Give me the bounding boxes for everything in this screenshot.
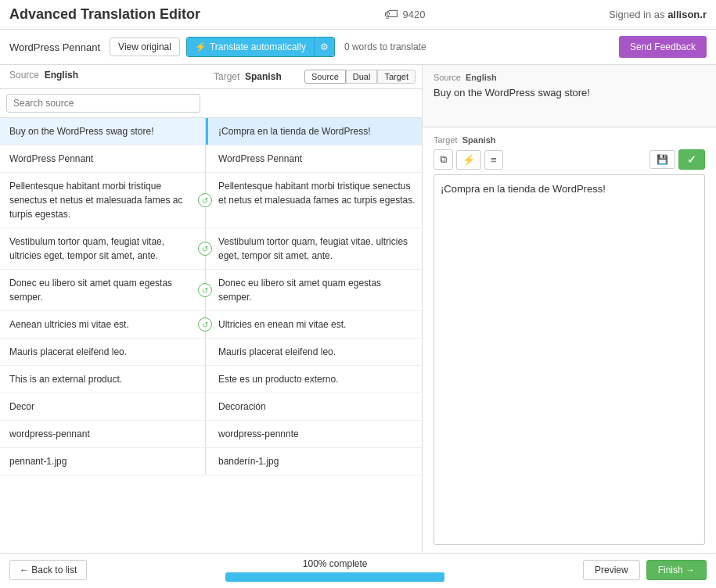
target-label: Target xyxy=(214,71,239,82)
cell-target: Mauris placerat eleifend leo. xyxy=(206,339,422,365)
flash-button[interactable]: ⚡ xyxy=(456,150,481,170)
source-label: Source xyxy=(9,70,39,81)
cell-target: ↺ Pellentesque habitant morbi tristique … xyxy=(206,173,422,228)
table-row[interactable]: WordPress Pennant WordPress Pennant xyxy=(0,145,422,173)
cell-source: This is an external product. xyxy=(0,366,206,393)
progress-bar-fill xyxy=(225,572,444,582)
tab-source[interactable]: Source xyxy=(304,70,346,84)
main-area: Source English Target Spanish Source Dua… xyxy=(0,65,716,553)
save-button[interactable]: 💾 xyxy=(649,150,675,169)
cell-source: Donec eu libero sit amet quam egestas se… xyxy=(0,270,206,310)
tab-dual[interactable]: Dual xyxy=(346,70,378,84)
table-row[interactable]: Mauris placerat eleifend leo. Mauris pla… xyxy=(0,339,422,366)
translate-auto-button[interactable]: ⚡ Translate automatically xyxy=(187,38,314,56)
cell-source: Decor xyxy=(0,393,206,420)
cell-source: Vestibulum tortor quam, feugiat vitae, u… xyxy=(0,228,206,269)
target-lang-header: Target Spanish Source Dual Target xyxy=(207,70,422,84)
copy-button[interactable]: ⧉ xyxy=(434,149,453,170)
toolbar: WordPress Pennant View original ⚡ Transl… xyxy=(0,30,716,65)
finish-button[interactable]: Finish → xyxy=(646,560,707,580)
right-target-toolbar: ⧉ ⚡ ≡ 💾 ✓ xyxy=(434,149,705,170)
view-original-button[interactable]: View original xyxy=(110,38,180,56)
right-target-section: Target Spanish ⧉ ⚡ ≡ 💾 ✓ ¡Compra en la t… xyxy=(423,127,716,553)
sync-icon: ↺ xyxy=(198,317,212,332)
table-row[interactable]: Buy on the WordPress swag store! ¡Compra… xyxy=(0,118,422,145)
cell-source: Buy on the WordPress swag store! xyxy=(0,118,206,145)
table-row[interactable]: Aenean ultricies mi vitae est. ↺ Ultrici… xyxy=(0,311,422,339)
username: allison.r xyxy=(667,9,707,20)
right-source-label: Source English xyxy=(434,73,705,82)
right-source-section: Source English Buy on the WordPress swag… xyxy=(423,65,716,127)
tab-target[interactable]: Target xyxy=(377,70,416,84)
cell-target: ↺ Donec eu libero sit amet quam egestas … xyxy=(206,270,422,310)
table-row[interactable]: This is an external product. Este es un … xyxy=(0,366,422,393)
cell-target: wordpress-pennnte xyxy=(206,421,422,447)
header-badge: 🏷 9420 xyxy=(384,6,426,23)
badge-count: 9420 xyxy=(403,9,426,20)
right-panel: Source English Buy on the WordPress swag… xyxy=(423,65,716,553)
source-lang: English xyxy=(45,70,78,81)
table-row[interactable]: pennant-1.jpg banderín-1.jpg xyxy=(0,448,422,475)
confirm-button[interactable]: ✓ xyxy=(678,149,705,170)
sync-icon: ↺ xyxy=(198,193,212,207)
cell-target: ↺ Ultricies en enean mi vitae est. xyxy=(206,311,422,338)
table-row[interactable]: Pellentesque habitant morbi tristique se… xyxy=(0,173,422,228)
cell-source: Aenean ultricies mi vitae est. xyxy=(0,311,206,338)
target-textarea[interactable]: ¡Compra en la tienda de WordPress! xyxy=(434,174,705,545)
left-panel: Source English Target Spanish Source Dua… xyxy=(0,65,423,553)
right-target-label: Target Spanish xyxy=(434,135,705,145)
cell-source: Mauris placerat eleifend leo. xyxy=(0,339,206,365)
app-title: Advanced Translation Editor xyxy=(9,6,200,23)
right-source-text: Buy on the WordPress swag store! xyxy=(434,87,705,99)
glossary-button[interactable]: ≡ xyxy=(484,150,503,170)
lightning-icon: ⚡ xyxy=(195,41,207,52)
cell-target: WordPress Pennant xyxy=(206,145,422,172)
cell-source: Pellentesque habitant morbi tristique se… xyxy=(0,173,206,228)
words-count: 0 words to translate xyxy=(344,41,426,52)
footer: ← Back to list 100% complete Preview Fin… xyxy=(0,553,716,586)
source-lang-header: Source English xyxy=(0,70,207,84)
search-input[interactable] xyxy=(6,94,200,113)
table-row[interactable]: Decor Decoración xyxy=(0,393,422,421)
project-name: WordPress Pennant xyxy=(9,41,100,53)
cell-target: Decoración xyxy=(206,393,422,420)
cell-source: wordpress-pennant xyxy=(0,421,206,447)
send-feedback-button[interactable]: Send Feedback xyxy=(619,36,707,58)
sync-icon: ↺ xyxy=(198,283,212,297)
header: Advanced Translation Editor 🏷 9420 Signe… xyxy=(0,0,716,30)
table-row[interactable]: wordpress-pennant wordpress-pennnte xyxy=(0,421,422,448)
progress-bar-background xyxy=(225,572,444,582)
progress-label: 100% complete xyxy=(303,558,368,569)
cell-source: WordPress Pennant xyxy=(0,145,206,172)
sync-icon: ↺ xyxy=(198,242,212,256)
translate-auto-gear-button[interactable]: ⚙ xyxy=(314,38,334,56)
table-row[interactable]: Vestibulum tortor quam, feugiat vitae, u… xyxy=(0,228,422,270)
translate-auto-wrapper: ⚡ Translate automatically ⚙ xyxy=(186,37,335,57)
back-to-list-button[interactable]: ← Back to list xyxy=(9,560,87,580)
view-tabs: Source Dual Target xyxy=(304,70,416,84)
target-lang: Spanish xyxy=(245,71,282,82)
footer-actions: Preview Finish → xyxy=(583,560,707,580)
signed-in-label: Signed in as xyxy=(609,9,665,20)
progress-section: 100% complete xyxy=(225,558,444,582)
cell-target: banderín-1.jpg xyxy=(206,448,422,475)
wp-icon: 🏷 xyxy=(384,6,398,23)
cell-source: pennant-1.jpg xyxy=(0,448,206,475)
cell-target: ¡Compra en la tienda de WordPress! xyxy=(206,118,422,145)
translation-list: Buy on the WordPress swag store! ¡Compra… xyxy=(0,118,422,553)
table-row[interactable]: Donec eu libero sit amet quam egestas se… xyxy=(0,270,422,311)
cell-target: ↺ Vestibulum tortor quam, feugiat vitae,… xyxy=(206,228,422,269)
preview-button[interactable]: Preview xyxy=(583,560,640,580)
header-user: Signed in as allison.r xyxy=(609,9,707,20)
lang-headers: Source English Target Spanish Source Dua… xyxy=(0,65,422,89)
search-row xyxy=(0,89,422,118)
cell-target: Este es un producto externo. xyxy=(206,366,422,393)
